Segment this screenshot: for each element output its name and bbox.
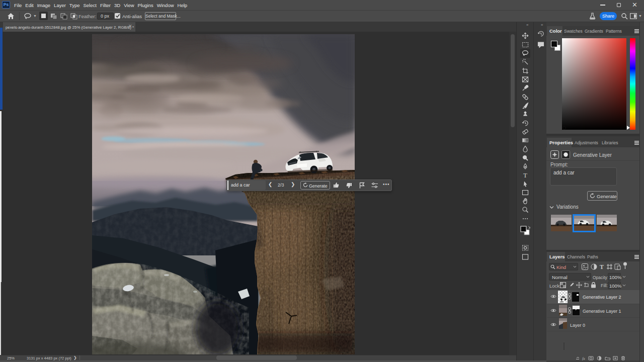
svg-text:fx: fx <box>582 356 585 360</box>
svg-text:T: T <box>600 263 604 270</box>
